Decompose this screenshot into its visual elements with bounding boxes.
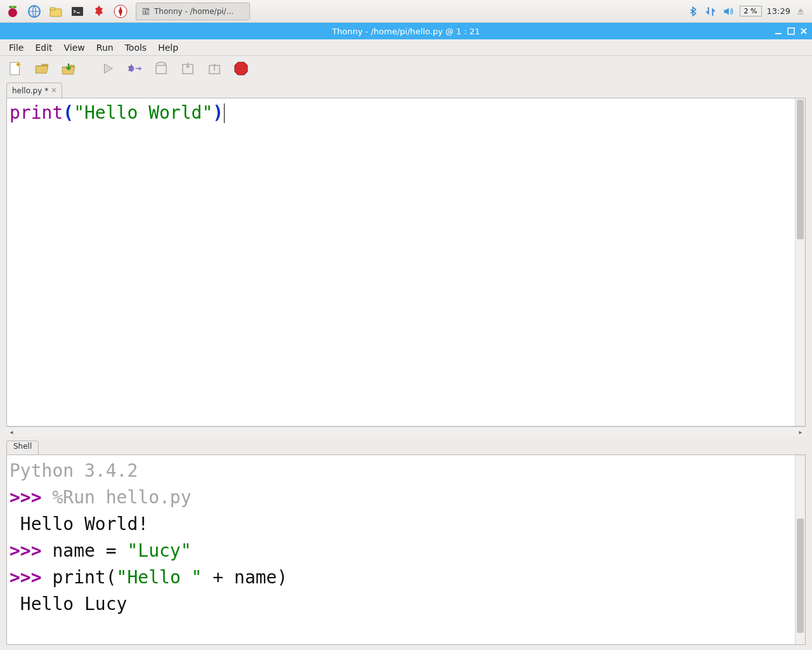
shell-input-pre: name = [42,540,128,561]
file-manager-icon[interactable] [46,1,66,22]
network-icon[interactable] [704,5,717,18]
shell-area: Shell Python 3.4.2 >>> %Run hello.py Hel… [0,441,812,650]
window-titlebar[interactable]: Thonny - /home/pi/hello.py @ 1 : 21 [0,23,812,39]
eject-icon[interactable] [796,6,806,17]
shell-run-cmd: %Run hello.py [52,487,191,508]
shell-input-post: + name) [202,567,287,588]
shell-output-1: Hello World! [10,514,148,534]
shell-output-2: Hello Lucy [10,594,127,614]
code-token-lparen: ( [63,102,74,123]
minimize-button[interactable] [774,27,783,36]
code-token-fn: print [10,102,63,123]
svg-rect-15 [156,65,166,74]
editor-horizontal-scrollbar[interactable]: ◂ ▸ [6,427,806,437]
cpu-usage-badge[interactable]: 2 % [740,6,762,17]
editor-tab-close-icon[interactable]: ✕ [51,86,56,95]
svg-point-2 [13,6,16,8]
menu-run[interactable]: Run [91,41,119,54]
shell-tab[interactable]: Shell [6,441,39,454]
shell-input-pre: print( [42,567,117,588]
scrollbar-thumb[interactable] [797,100,804,239]
web-browser-icon[interactable] [24,1,44,22]
shell-console[interactable]: Python 3.4.2 >>> %Run hello.py Hello Wor… [7,455,795,644]
step-over-button[interactable] [151,58,171,79]
code-editor[interactable]: print("Hello World") [7,98,795,426]
shell-input-str: "Hello " [117,567,202,588]
shell-tab-label: Shell [13,442,32,451]
menu-view[interactable]: View [59,41,90,54]
bluetooth-icon[interactable] [688,6,699,17]
code-token-string: "Hello World" [74,102,213,123]
scroll-left-arrow-icon[interactable]: ◂ [6,427,16,437]
editor-vertical-scrollbar[interactable] [795,98,805,426]
shell-prompt: >>> [10,567,42,588]
svg-point-0 [8,8,17,17]
mines-icon[interactable] [89,1,109,22]
svg-marker-18 [235,62,247,75]
code-token-rparen: ) [213,102,223,123]
terminal-icon[interactable] [67,1,88,22]
svg-rect-10 [775,33,782,34]
shell-input-str: "Lucy" [127,540,191,561]
svg-rect-5 [50,8,55,10]
scroll-right-arrow-icon[interactable]: ▸ [796,427,806,437]
menu-help[interactable]: Help [153,41,183,54]
svg-text:Th: Th [142,8,150,15]
shell-python-version: Python 3.4.2 [10,460,138,481]
clock[interactable]: 13:29 [767,6,790,16]
system-taskbar: Th Thonny - /home/pi/... 2 % 13:29 [0,0,812,23]
stop-button[interactable] [231,58,251,79]
step-into-button[interactable] [178,58,198,79]
editor-tab-label: hello.py * [12,86,48,95]
wolfram-icon[interactable] [110,1,131,22]
close-button[interactable] [799,27,808,36]
save-file-button[interactable] [58,58,79,79]
text-cursor [224,103,225,123]
debug-button[interactable] [124,58,145,79]
svg-rect-11 [788,28,794,34]
volume-icon[interactable] [722,5,735,18]
menu-edit[interactable]: Edit [30,41,57,54]
shell-vertical-scrollbar[interactable] [795,455,805,644]
open-file-button[interactable] [32,58,52,79]
taskbar-app-button[interactable]: Th Thonny - /home/pi/... [136,3,250,20]
window-title: Thonny - /home/pi/hello.py @ 1 : 21 [332,27,480,36]
shell-prompt: >>> [10,540,42,561]
svg-point-1 [9,6,13,8]
run-button[interactable] [98,58,118,79]
toolbar [0,56,812,81]
step-out-button[interactable] [204,58,225,79]
menu-tools[interactable]: Tools [120,41,152,54]
taskbar-app-label: Thonny - /home/pi/... [154,7,233,16]
raspberry-menu-icon[interactable] [3,1,23,22]
menu-file[interactable]: File [4,41,29,54]
maximize-button[interactable] [787,27,796,36]
editor-tab-hello[interactable]: hello.py * ✕ [6,83,62,98]
editor-frame: print("Hello World") [6,98,806,427]
thonny-app-icon: Th [141,7,150,16]
svg-rect-6 [72,7,83,16]
new-file-button[interactable] [5,58,25,79]
scrollbar-thumb[interactable] [797,519,804,633]
editor-area: hello.py * ✕ print("Hello World") ◂ ▸ [0,81,812,441]
menu-bar: File Edit View Run Tools Help [0,39,812,56]
shell-prompt: >>> [10,487,42,508]
